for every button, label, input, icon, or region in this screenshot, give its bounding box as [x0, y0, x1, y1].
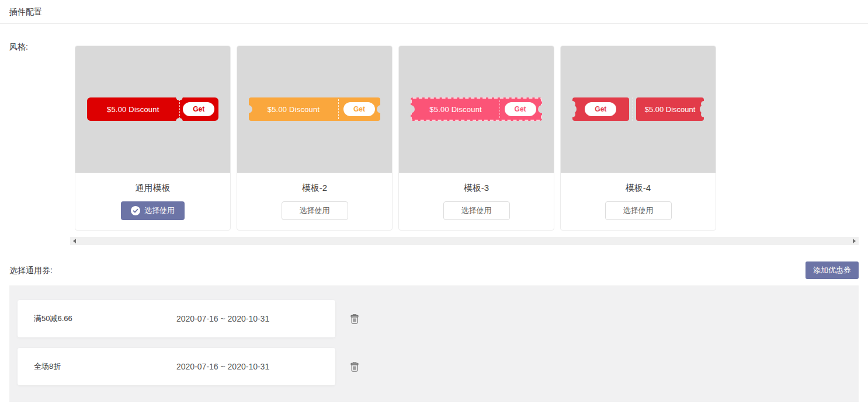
coupon-preview-orange: $5.00 Discount Get [249, 97, 380, 121]
template-name: 模板-3 [399, 183, 554, 194]
coupon-amount-text: $5.00 Discount [87, 97, 179, 121]
coupon-amount-segment: $5.00 Discount [636, 97, 704, 121]
coupon-list-panel: 满50减6.66 2020-07-16 ~ 2020-10-31 [9, 285, 859, 402]
coupon-item-card: 全场8折 2020-07-16 ~ 2020-10-31 [18, 348, 335, 385]
coupon-get-area: Get [179, 97, 219, 121]
coupon-notch [244, 105, 252, 113]
template-card-footer: 模板-3 选择使用 [399, 183, 554, 231]
template-name: 模板-4 [561, 183, 716, 194]
template-card-general: $5.00 Discount Get 通用模板 选择使用 [75, 46, 231, 231]
delete-coupon-button[interactable] [348, 360, 361, 374]
coupon-get-area: Get [499, 99, 541, 120]
coupon-amount-text: $5.00 Discount [249, 97, 338, 121]
template-name: 模板-2 [237, 183, 392, 194]
add-coupon-button[interactable]: 添加优惠券 [805, 261, 859, 279]
coupon-notch [701, 111, 707, 117]
template-preview: $5.00 Discount Get [75, 46, 230, 173]
coupon-amount-text: $5.00 Discount [412, 99, 499, 120]
coupon-item-card: 满50减6.66 2020-07-16 ~ 2020-10-31 [18, 300, 335, 337]
coupon-notch [407, 105, 415, 113]
template-card-footer: 模板-4 选择使用 [561, 183, 716, 231]
coupon-divider [633, 97, 633, 121]
coupon-name: 全场8折 [34, 361, 61, 372]
horizontal-scrollbar[interactable] [70, 237, 859, 245]
template-preview: Get $5.00 Discount [561, 46, 716, 173]
page-header: 插件配置 [0, 0, 868, 24]
coupon-date-range: 2020-07-16 ~ 2020-10-31 [176, 362, 269, 371]
page-title: 插件配置 [9, 0, 42, 23]
trash-icon [349, 365, 360, 374]
coupon-preview-red: $5.00 Discount Get [87, 97, 218, 121]
template-name: 通用模板 [75, 183, 230, 194]
coupon-notch [570, 111, 575, 117]
coupon-preview-split: Get $5.00 Discount [572, 97, 704, 121]
coupon-row: 满50减6.66 2020-07-16 ~ 2020-10-31 [18, 300, 859, 337]
scroll-right-arrow-icon[interactable] [853, 239, 856, 243]
select-template-button[interactable]: 选择使用 [605, 201, 672, 220]
universal-coupon-label: 选择通用券: [9, 266, 53, 276]
get-button: Get [505, 102, 536, 116]
coupon-row: 全场8折 2020-07-16 ~ 2020-10-31 [18, 348, 859, 385]
coupon-amount-text: $5.00 Discount [645, 105, 696, 114]
select-template-button-selected[interactable]: 选择使用 [121, 201, 185, 220]
template-card-3: $5.00 Discount Get 模板-3 选择使用 [398, 46, 554, 231]
select-template-button[interactable]: 选择使用 [443, 201, 510, 220]
template-card-footer: 通用模板 选择使用 [75, 183, 230, 231]
coupon-get-area: Get [338, 97, 380, 121]
template-card-2: $5.00 Discount Get 模板-2 选择使用 [237, 46, 393, 231]
template-preview: $5.00 Discount Get [399, 46, 554, 173]
style-field-label: 风格: [9, 42, 28, 53]
template-card-footer: 模板-2 选择使用 [237, 183, 392, 231]
template-preview: $5.00 Discount Get [237, 46, 392, 173]
check-circle-icon [131, 206, 140, 215]
coupon-date-range: 2020-07-16 ~ 2020-10-31 [176, 314, 269, 323]
delete-coupon-button[interactable] [348, 312, 361, 326]
get-button: Get [343, 102, 375, 116]
select-template-button[interactable]: 选择使用 [282, 201, 348, 220]
template-card-4: Get $5.00 Discount 模板-4 选择使用 [560, 46, 716, 231]
template-card-list: $5.00 Discount Get 通用模板 选择使用 [75, 46, 716, 231]
trash-icon [349, 318, 360, 326]
coupon-preview-pink: $5.00 Discount Get [411, 97, 542, 121]
coupon-get-segment: Get [572, 97, 629, 121]
coupon-name: 满50减6.66 [34, 313, 72, 324]
plugin-config-page: 插件配置 风格: $5.00 Discount Get 通用模板 [0, 0, 868, 408]
scroll-left-arrow-icon[interactable] [73, 239, 76, 243]
get-button: Get [183, 102, 214, 116]
get-button: Get [585, 102, 616, 116]
select-template-label: 选择使用 [144, 205, 175, 216]
